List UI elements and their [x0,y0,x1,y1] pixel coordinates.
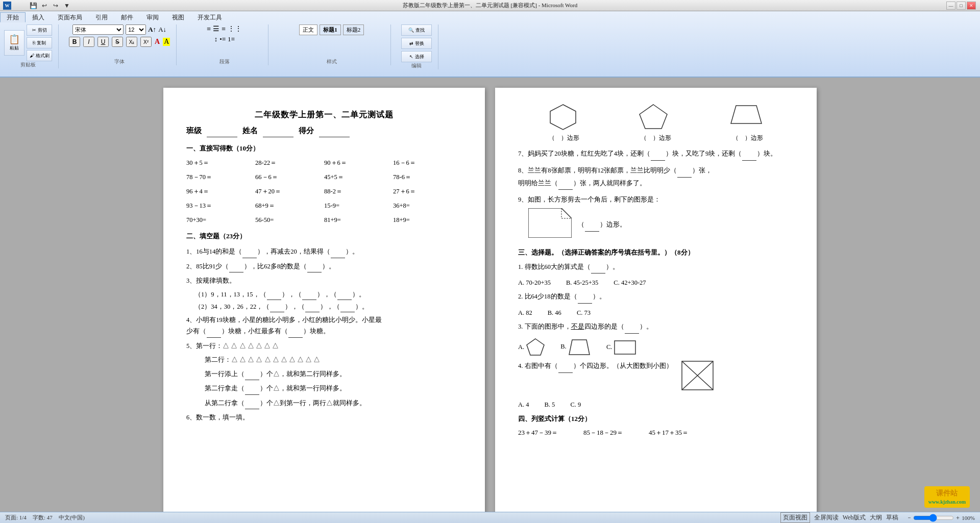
math-item: 16－6＝ [393,157,462,169]
subscript-btn[interactable]: X₂ [126,37,137,47]
paste-btn[interactable]: 📋 粘贴 [4,30,24,56]
doc-subtitle: 班级 姓名 得分 [186,124,462,137]
style-heading2[interactable]: 标题2 [343,24,364,35]
clipboard-label: 剪贴板 [20,61,36,68]
word-count: 字数: 47 [33,514,53,521]
choice-2b: B. 46 [548,308,561,318]
problem-9: 9、如图，长方形剪去一个角后，剩下的图形是： （ ）边形。 [518,194,794,242]
choice-3b-svg [568,338,591,356]
zoom-slider[interactable] [913,514,954,522]
zoom-out-btn[interactable]: － [906,514,912,521]
close-btn[interactable]: ✕ [967,2,976,10]
choice-2a: A. 82 [518,308,532,318]
shapes-area [518,103,794,131]
fill-item-4: 4、小明有19块糖，小星的糖比小明多，小红的糖比小明少。小星最 少有（ ）块糖，… [186,314,462,338]
view-full-btn[interactable]: 全屏阅读 [814,513,839,522]
shape-label-2: （ ）边形 [641,133,671,143]
svg-marker-6 [527,339,544,355]
view-web-btn[interactable]: Web版式 [843,513,866,522]
view-print-btn[interactable]: 页面视图 [780,512,810,523]
save-icon[interactable]: 💾 [29,1,38,10]
undo-icon[interactable]: ↩ [40,1,49,10]
select-btn[interactable]: ↖选择 [401,51,432,62]
format-painter-btn[interactable]: 🖌格式刷 [27,50,52,61]
fill-item-5a: 5、第一行：△ △ △ △ △ △ △ [186,340,462,352]
trapezoid-svg [728,103,764,126]
underline-btn[interactable]: U [97,37,109,47]
titlebar: W 💾 ↩ ↪ ▼ 苏教版二年级数学上册第一、二单元测试题 [兼容模式] - M… [0,0,980,11]
choice-2c: C. 73 [577,308,591,318]
section2-title: 二、填空题（23分） [186,231,462,242]
tab-view[interactable]: 视图 [165,12,191,22]
svg-marker-3 [528,208,572,238]
score-field[interactable] [319,124,350,137]
font-size-decrease-btn[interactable]: A↓ [158,26,166,34]
copy-btn[interactable]: ⎘复制 [27,37,52,48]
highlight-btn[interactable]: A [163,38,170,46]
tab-dev[interactable]: 开发工具 [191,12,229,22]
score-label: 得分 [299,124,314,137]
align-left-btn[interactable]: ≡ [207,25,211,33]
dropdown-icon[interactable]: ▼ [62,1,71,10]
watermark: 课件站 www.kjzhan.com [924,486,970,508]
font-color-btn[interactable]: A [155,38,160,46]
name-field[interactable] [263,124,293,137]
tab-review[interactable]: 审阅 [140,12,165,22]
choice-3c-label: C. [606,340,637,355]
math-item: 70+30= [186,214,255,226]
find-btn[interactable]: 🔍查找 [401,24,432,36]
cut-rect-svg [528,208,572,238]
font-family-select[interactable]: 宋体 [72,24,124,35]
replace-btn[interactable]: ⇄替换 [401,38,432,49]
numbering-btn[interactable]: 1≡ [228,35,235,43]
calc-section: 23＋47－39＝ 85－18－29＝ 45＋17＋35＝ [518,428,794,438]
font-size-increase-btn[interactable]: A↑ [148,26,156,34]
window-controls[interactable]: — □ ✕ [946,2,976,10]
justify-btn[interactable]: ⋮⋮ [228,24,242,33]
style-normal[interactable]: 正文 [299,24,317,35]
redo-icon[interactable]: ↪ [51,1,60,10]
superscript-btn[interactable]: X² [140,37,152,47]
style-heading1[interactable]: 标题1 [320,24,341,35]
tab-insert[interactable]: 插入 [26,12,51,22]
strikethrough-btn[interactable]: S̶ [112,37,123,47]
choice-1-options: A. 70-20+35 B. 45-25+35 C. 42+30-27 [518,278,794,288]
page-2: （ ）边形 （ ）边形 （ ）边形 7、妈妈买了20块糖，红红先吃了4块，还剩（… [495,88,817,512]
tab-reference[interactable]: 引用 [89,12,114,22]
font-label: 字体 [114,58,125,65]
fill-item-5c: 第一行添上（ ）个△，就和第二行同样多。 [186,368,462,381]
problem-9-blank: （ ）边形。 [578,219,626,232]
font-size-select[interactable]: 12 [126,24,146,35]
choice-1-q: 1. 得数比60大的算式是（ ）。 [518,261,794,274]
math-item: 56-50= [255,214,324,226]
bullets-btn[interactable]: •≡ [219,35,226,43]
tab-layout[interactable]: 页面布局 [51,12,89,22]
view-outline-btn[interactable]: 大纲 [870,513,882,522]
page-1: 二年级数学上册第一、二单元测试题 班级 姓名 得分 一、直接写得数（10分） 3… [163,88,485,512]
page-indicator: 页面: 1/4 [5,514,27,521]
window-title: 苏教版二年级数学上册第一、二单元测试题 [兼容模式] - Microsoft W… [403,2,577,9]
math-item: 27＋6＝ [393,185,462,197]
math-item: 30＋5＝ [186,157,255,169]
math-item: 18+9= [393,214,462,226]
cut-btn[interactable]: ✂剪切 [27,24,52,36]
choice-2-q: 2. 比64少18的数是（ ）。 [518,291,794,304]
maximize-btn[interactable]: □ [957,2,966,10]
tab-mail[interactable]: 邮件 [114,12,140,22]
align-center-btn[interactable]: ☰ [213,24,219,33]
view-draft-btn[interactable]: 草稿 [886,513,898,522]
zoom-in-btn[interactable]: ＋ [955,514,961,521]
math-item: 78-6＝ [393,171,462,183]
tab-start[interactable]: 开始 [0,12,26,22]
class-field[interactable] [207,124,237,137]
math-item: 36+8= [393,200,462,212]
line-spacing-btn[interactable]: ↕ [214,35,218,43]
align-right-btn[interactable]: ≡ [222,25,226,33]
quick-access-toolbar: 💾 ↩ ↪ ▼ [26,0,75,11]
math-item: 78－70＝ [186,171,255,183]
fill-item-5b: 第二行：△ △ △ △ △ △ △ △ △ △ △ [186,354,462,366]
italic-btn[interactable]: I [83,37,94,47]
svg-marker-2 [731,106,762,123]
minimize-btn[interactable]: — [946,2,955,10]
bold-btn[interactable]: B [69,37,80,47]
